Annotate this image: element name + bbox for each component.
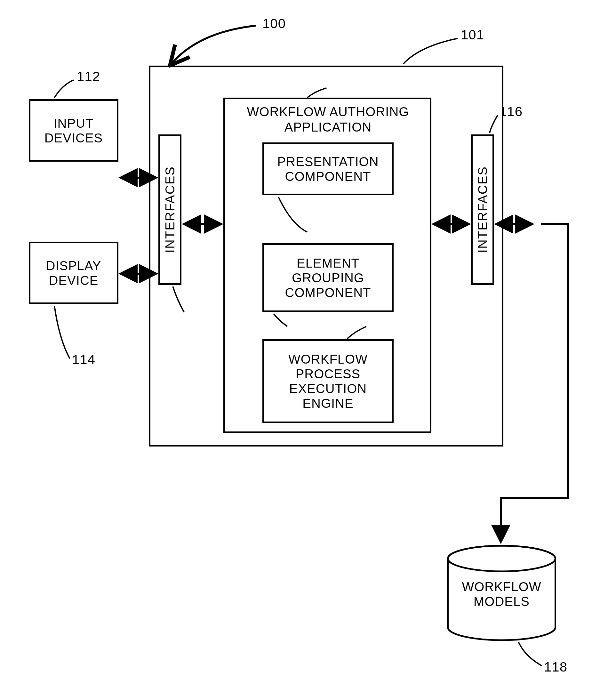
interfaces-left-label: INTERFACES bbox=[163, 166, 177, 253]
label-100: 100 bbox=[262, 16, 286, 31]
presentation-component-box: PRESENTATION COMPONENT bbox=[262, 143, 394, 195]
presentation-component-label: PRESENTATION COMPONENT bbox=[277, 154, 379, 184]
label-101: 101 bbox=[461, 27, 484, 42]
interfaces-right-label: INTERFACES bbox=[475, 166, 490, 253]
input-devices-box: INPUT DEVICES bbox=[29, 99, 118, 162]
label-118: 118 bbox=[544, 659, 567, 675]
workflow-authoring-app-title: WORKFLOW AUTHORING APPLICATION bbox=[230, 104, 425, 135]
workflow-models-label: WORKFLOW MODELS bbox=[446, 579, 557, 609]
interfaces-left-box: INTERFACES bbox=[158, 134, 182, 285]
display-device-box: DISPLAY DEVICE bbox=[29, 242, 118, 304]
label-112: 112 bbox=[77, 69, 100, 84]
workflow-execution-engine-label: WORKFLOW PROCESS EXECUTION ENGINE bbox=[288, 352, 368, 411]
label-114: 114 bbox=[72, 352, 95, 367]
workflow-models-db: WORKFLOW MODELS bbox=[446, 544, 557, 642]
element-grouping-component-label: ELEMENT GROUPING COMPONENT bbox=[285, 256, 371, 300]
input-devices-label: INPUT DEVICES bbox=[44, 116, 103, 145]
workflow-execution-engine-box: WORKFLOW PROCESS EXECUTION ENGINE bbox=[262, 339, 394, 423]
element-grouping-component-box: ELEMENT GROUPING COMPONENT bbox=[262, 243, 394, 312]
interfaces-right-box: INTERFACES bbox=[471, 134, 494, 285]
display-device-label: DISPLAY DEVICE bbox=[46, 258, 101, 288]
